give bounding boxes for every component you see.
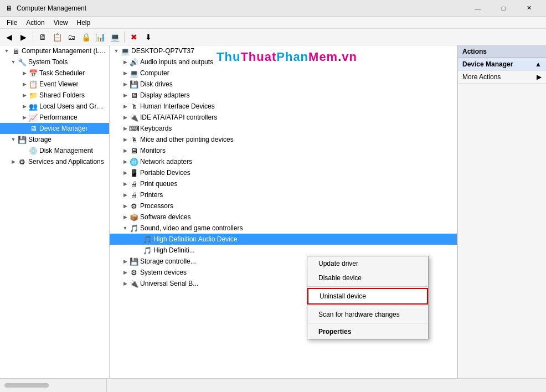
toolbar-back[interactable]: ◀ [2,30,16,44]
usb-icon: 🔌 [130,279,138,288]
menu-action[interactable]: Action [22,18,49,28]
ctx-properties[interactable]: Properties [307,324,428,339]
tree-system-tools[interactable]: ▼ 🔧 System Tools [0,56,109,68]
minimize-button[interactable]: — [465,0,491,17]
expand-users[interactable]: ▶ [20,102,29,111]
expand-perf[interactable]: ▶ [20,113,29,122]
mid-hd-audio[interactable]: 🎵 High Definition Audio Device [110,234,457,245]
mid-software[interactable]: ▶ 📦 Software devices [110,212,457,223]
expand-computer[interactable]: ▶ [121,69,130,78]
mid-computer[interactable]: ▶ 💻 Computer [110,68,457,79]
window-title: Computer Management [17,4,465,12]
expand-task[interactable]: ▶ [20,69,29,78]
expand-portable[interactable]: ▶ [121,168,130,177]
mid-monitors[interactable]: ▶ 🖥 Monitors [110,145,457,156]
mid-ide[interactable]: ▶ 🔌 IDE ATA/ATAPI controllers [110,112,457,123]
expand-root[interactable]: ▼ [2,47,11,55]
toolbar-forward[interactable]: ▶ [17,30,30,44]
expand-storage[interactable]: ▼ [9,135,18,144]
event-icon: 📋 [29,80,38,89]
mid-print-queues[interactable]: ▶ 🖨 Print queues [110,178,457,189]
close-button[interactable]: ✕ [516,0,542,17]
actions-more[interactable]: More Actions ▶ [458,71,546,84]
expand-dm[interactable] [20,124,29,133]
services-label: Services and Applications [28,158,104,166]
tree-storage[interactable]: ▼ 💾 Storage [0,134,109,145]
expand-usb[interactable]: ▶ [121,279,130,288]
tree-root[interactable]: ▼ 🖥 Computer Management (Local) [0,45,109,56]
expand-mice[interactable]: ▶ [121,135,130,144]
mid-root-label: DESKTOP-QP7VT37 [131,47,194,55]
expand-mid-disk[interactable]: ▶ [121,80,130,89]
toolbar-folder[interactable]: 🗂 [65,30,78,44]
expand-monitors[interactable]: ▶ [121,146,130,155]
expand-display[interactable]: ▶ [121,91,130,100]
menu-help[interactable]: Help [73,18,95,28]
mid-disk-label: Disk drives [140,80,173,88]
ctx-update-driver[interactable]: Update driver [307,256,428,271]
expand-ide[interactable]: ▶ [121,113,130,122]
menu-file[interactable]: File [2,18,22,28]
expand-processors[interactable]: ▶ [121,202,130,210]
tree-task-scheduler[interactable]: ▶ 📅 Task Scheduler [0,68,109,79]
expand-software[interactable]: ▶ [121,213,130,221]
toolbar-download[interactable]: ⬇ [142,30,155,44]
expand-audio[interactable]: ▶ [121,58,130,66]
expand-sound[interactable]: ▼ [121,224,130,233]
mid-disk[interactable]: ▶ 💾 Disk drives [110,79,457,90]
toolbar-monitor[interactable]: 💻 [108,30,121,44]
users-label: Local Users and Groups [39,102,107,110]
expand-sys-dev[interactable]: ▶ [121,268,130,277]
toolbar-computer[interactable]: 🖥 [36,30,49,44]
expand-storage-ctrl[interactable]: ▶ [121,257,130,266]
tree-event-viewer[interactable]: ▶ 📋 Event Viewer [0,79,109,90]
mid-keyboards[interactable]: ▶ ⌨ Keyboards [110,123,457,134]
expand-event[interactable]: ▶ [20,80,29,89]
tree-device-manager[interactable]: 🖥 Device Manager [0,123,109,134]
tree-local-users[interactable]: ▶ 👥 Local Users and Groups [0,101,109,112]
disk-label: Disk Management [39,147,93,154]
toolbar-lock[interactable]: 🔒 [79,30,92,44]
expand-mid-root[interactable]: ▼ [112,47,121,55]
mid-printers[interactable]: ▶ 🖨 Printers [110,189,457,200]
expand-printers[interactable]: ▶ [121,190,130,199]
ctx-scan-hardware[interactable]: Scan for hardware changes [307,307,428,322]
h-scrollbar-thumb[interactable] [4,383,49,388]
expand-disk[interactable] [20,146,29,155]
toolbar-delete[interactable]: ✖ [127,30,141,44]
context-menu: Update driver Disable device Uninstall d… [307,256,429,339]
mid-portable[interactable]: ▶ 📱 Portable Devices [110,167,457,178]
mid-processors[interactable]: ▶ ⚙ Processors [110,200,457,212]
tree-shared-folders[interactable]: ▶ 📁 Shared Folders [0,90,109,101]
mid-pane[interactable]: ThuThuatPhanMem.vn ▼ 💻 DESKTOP-QP7VT37 ▶… [110,45,457,378]
left-pane[interactable]: ▼ 🖥 Computer Management (Local) ▼ 🔧 Syst… [0,45,110,378]
mid-network[interactable]: ▶ 🌐 Network adapters [110,156,457,167]
toolbar-clipboard[interactable]: 📋 [50,30,64,44]
actions-dm-arrow: ▲ [535,60,542,68]
mid-hd-audio-2[interactable]: 🎵 High Definiti... [110,245,457,256]
expand-shared[interactable]: ▶ [20,91,29,100]
maximize-button[interactable]: □ [491,0,516,17]
mid-display[interactable]: ▶ 🖥 Display adapters [110,90,457,101]
ctx-sep-2 [307,306,428,306]
toolbar-chart[interactable]: 📊 [94,30,107,44]
perf-icon: 📈 [29,113,38,122]
ctx-uninstall-device[interactable]: Uninstall device [307,288,428,305]
tree-performance[interactable]: ▶ 📈 Performance [0,112,109,123]
expand-print-q[interactable]: ▶ [121,179,130,188]
mid-mice[interactable]: ▶ 🖱 Mice and other pointing devices [110,134,457,145]
tree-services[interactable]: ▶ ⚙ Services and Applications [0,156,109,167]
mid-hid[interactable]: ▶ 🖱 Human Interface Devices [110,101,457,112]
tree-disk-mgmt[interactable]: 💿 Disk Management [0,145,109,156]
expand-network[interactable]: ▶ [121,157,130,166]
expand-hid[interactable]: ▶ [121,102,130,111]
ide-label: IDE ATA/ATAPI controllers [140,114,217,121]
expand-services[interactable]: ▶ [9,157,18,166]
menu-view[interactable]: View [49,18,73,28]
logo-phan: Phan [276,50,308,64]
expand-system-tools[interactable]: ▼ [9,58,18,66]
mid-sound[interactable]: ▼ 🎵 Sound, video and game controllers [110,223,457,234]
actions-device-manager[interactable]: Device Manager ▲ [458,58,546,71]
portable-label: Portable Devices [140,169,190,177]
ctx-disable-device[interactable]: Disable device [307,271,428,285]
